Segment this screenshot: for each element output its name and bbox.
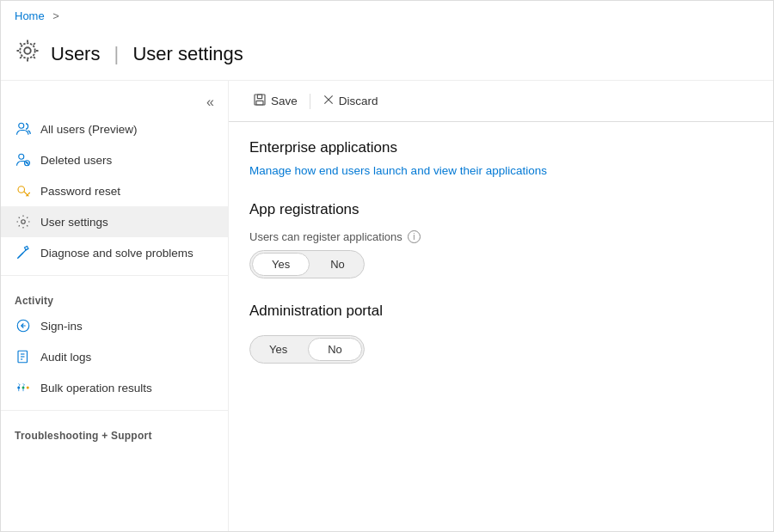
app-reg-no-button[interactable]: No xyxy=(311,251,364,278)
svg-point-0 xyxy=(24,47,31,54)
sidebar-item-bulk-ops[interactable]: Bulk operation results xyxy=(1,372,228,403)
sidebar-item-sign-ins[interactable]: Sign-ins xyxy=(1,310,228,341)
settings-icon xyxy=(15,213,32,230)
tools-icon xyxy=(15,244,32,261)
content-sections: Enterprise applications Manage how end u… xyxy=(229,122,773,405)
toolbar-separator xyxy=(310,94,310,109)
app-registrations-title: App registrations xyxy=(249,201,752,218)
app-registrations-toggle: Yes No xyxy=(249,250,365,278)
enterprise-apps-link[interactable]: Manage how end users launch and view the… xyxy=(249,164,547,177)
admin-portal-no-button[interactable]: No xyxy=(308,338,362,361)
svg-point-3 xyxy=(19,154,24,159)
activity-section-label: Activity xyxy=(1,283,228,310)
admin-portal-section: Administration portal Yes No xyxy=(249,303,752,364)
app-registrations-section: App registrations Users can register app… xyxy=(249,201,752,278)
sidebar-label-audit-logs: Audit logs xyxy=(40,351,91,364)
sidebar-label-user-settings: User settings xyxy=(40,216,108,229)
sidebar-label-bulk-ops: Bulk operation results xyxy=(40,382,152,394)
sidebar-item-all-users[interactable]: All users (Preview) xyxy=(1,113,228,144)
svg-point-15 xyxy=(22,387,25,389)
users-icon xyxy=(15,120,32,138)
discard-label: Discard xyxy=(339,95,378,107)
app-reg-yes-button[interactable]: Yes xyxy=(252,253,310,276)
sidebar-item-audit-logs[interactable]: Audit logs xyxy=(1,341,228,372)
breadcrumb-home[interactable]: Home xyxy=(15,9,45,22)
save-label: Save xyxy=(271,95,298,107)
discard-button[interactable]: Discard xyxy=(316,90,385,112)
enterprise-apps-section: Enterprise applications Manage how end u… xyxy=(249,139,752,177)
sidebar-item-password-reset[interactable]: Password reset xyxy=(1,175,228,206)
sidebar-item-diagnose[interactable]: Diagnose and solve problems xyxy=(1,237,228,268)
sidebar-item-deleted-users[interactable]: Deleted users xyxy=(1,144,228,175)
app-registrations-field-label: Users can register applications i xyxy=(249,230,752,243)
save-icon xyxy=(253,93,267,109)
bulk-icon xyxy=(15,379,32,396)
svg-rect-18 xyxy=(257,95,261,99)
sidebar: « All users (Preview) xyxy=(1,81,229,531)
page-header-icon xyxy=(15,38,40,70)
enterprise-apps-title: Enterprise applications xyxy=(249,139,752,156)
admin-portal-toggle: Yes No xyxy=(249,335,365,364)
admin-portal-title: Administration portal xyxy=(249,303,752,320)
sidebar-item-user-settings[interactable]: User settings xyxy=(1,206,228,237)
audit-icon xyxy=(15,348,32,365)
sidebar-divider xyxy=(1,275,228,276)
sidebar-divider-2 xyxy=(1,410,228,411)
key-icon xyxy=(15,182,32,199)
breadcrumb: Home > xyxy=(1,1,773,31)
svg-point-6 xyxy=(18,187,25,193)
toolbar: Save Discard xyxy=(229,81,773,122)
svg-point-16 xyxy=(27,387,29,389)
svg-point-1 xyxy=(20,43,35,58)
sidebar-label-sign-ins: Sign-ins xyxy=(40,320,83,333)
discard-icon xyxy=(322,94,335,108)
svg-rect-19 xyxy=(256,101,263,105)
save-button[interactable]: Save xyxy=(246,89,304,113)
sidebar-label-diagnose: Diagnose and solve problems xyxy=(40,247,194,260)
svg-point-7 xyxy=(22,220,26,224)
signins-icon xyxy=(15,317,32,334)
collapse-button[interactable]: « xyxy=(201,93,219,112)
sidebar-label-deleted-users: Deleted users xyxy=(40,154,112,167)
admin-portal-yes-button[interactable]: Yes xyxy=(250,336,306,363)
content-area: Save Discard Enterprise a xyxy=(229,81,773,531)
svg-point-2 xyxy=(19,123,24,128)
svg-point-14 xyxy=(17,387,20,389)
page-title: Users | User settings xyxy=(51,43,243,65)
sidebar-label-password-reset: Password reset xyxy=(40,185,120,198)
deleted-users-icon xyxy=(15,151,32,168)
sidebar-label-all-users: All users (Preview) xyxy=(40,123,138,136)
breadcrumb-separator: > xyxy=(52,9,59,22)
info-icon-app-reg[interactable]: i xyxy=(408,230,421,243)
page-header: Users | User settings xyxy=(1,31,773,81)
troubleshoot-section-label: Troubleshooting + Support xyxy=(1,418,228,445)
